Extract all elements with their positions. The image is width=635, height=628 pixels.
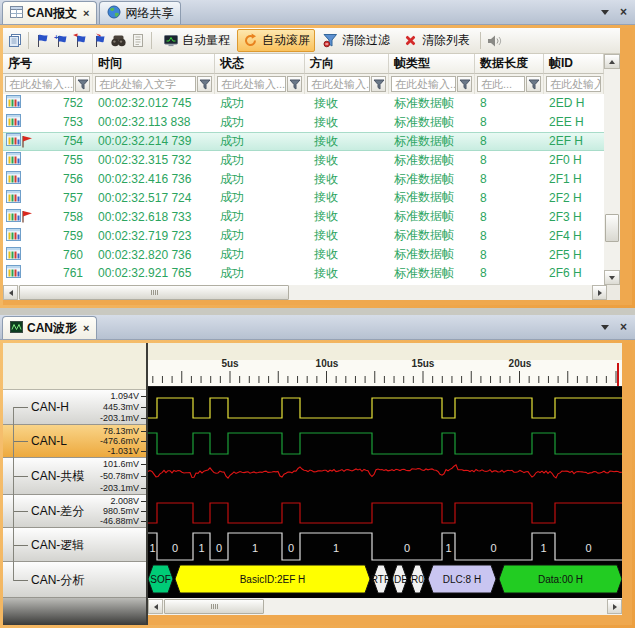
- channel-row-1[interactable]: CAN-L78.13mV-476.6mV-1.031V: [3, 425, 146, 458]
- filter-funnel-icon[interactable]: [526, 76, 541, 92]
- filter-input-0[interactable]: 在此处输入...: [5, 76, 74, 92]
- channel-scale-values: 2.008V980.5mV-46.88mV: [100, 496, 146, 526]
- filter-cell-6: 在此处输入...: [544, 74, 604, 94]
- filter-input-1[interactable]: 在此处输入文字: [95, 76, 196, 92]
- next-flag-icon[interactable]: [91, 33, 108, 49]
- hscroll-thumb[interactable]: [19, 285, 289, 300]
- table-row[interactable]: 75300:02:32.113 838成功接收标准数据帧82EE H: [3, 113, 604, 132]
- table-row[interactable]: 75400:02:32.214 739成功接收标准数据帧82EF H: [3, 132, 604, 151]
- cell-time: 00:02:32.315 732: [93, 153, 215, 167]
- column-header-6[interactable]: 帧ID: [544, 54, 604, 74]
- filter-funnel-icon[interactable]: [75, 76, 90, 92]
- table-hscrollbar[interactable]: [3, 285, 620, 300]
- panel-close-icon[interactable]: ×: [620, 7, 627, 17]
- frame-window-icon: [6, 265, 21, 281]
- filter-input-2[interactable]: 在此处输入...: [217, 76, 286, 92]
- channel-row-4[interactable]: CAN-逻辑: [3, 528, 146, 562]
- speaker-icon[interactable]: [486, 33, 503, 49]
- cell-seq: 755: [3, 152, 93, 168]
- table-row[interactable]: 75800:02:32.618 733成功接收标准数据帧82F3 H: [3, 207, 604, 226]
- auto-scroll-button[interactable]: 自动滚屏: [237, 29, 315, 52]
- top-panel-frame: + 自动量程 自动滚屏 清除过: [0, 25, 635, 308]
- table-row[interactable]: 75700:02:32.517 724成功接收标准数据帧82F2 H: [3, 188, 604, 207]
- column-header-2[interactable]: 状态: [215, 54, 305, 74]
- column-header-4[interactable]: 帧类型: [389, 54, 475, 74]
- cell-frame_type: 标准数据帧: [389, 152, 475, 169]
- filter-input-5[interactable]: 在此...: [477, 76, 525, 92]
- filter-input-4[interactable]: 在此处输入...: [391, 76, 456, 92]
- filter-funnel-icon[interactable]: [197, 76, 212, 92]
- column-header-5[interactable]: 数据长度: [475, 54, 544, 74]
- binoculars-icon[interactable]: [110, 33, 127, 49]
- scale-value: 445.3mV: [100, 402, 146, 412]
- scale-value: 2.008V: [100, 496, 146, 506]
- table-row[interactable]: 75900:02:32.719 723成功接收标准数据帧82F4 H: [3, 226, 604, 245]
- globe-icon: [107, 5, 121, 22]
- tree-connector: [13, 476, 28, 477]
- table-row[interactable]: 75500:02:32.315 732成功接收标准数据帧82F0 H: [3, 151, 604, 170]
- table-row[interactable]: 75200:02:32.012 745成功接收标准数据帧82ED H: [3, 94, 604, 113]
- filter-funnel-icon[interactable]: [457, 76, 472, 92]
- cell-time: 00:02:32.416 736: [93, 172, 215, 186]
- scroll-left-icon[interactable]: [148, 599, 163, 614]
- filter-funnel-icon[interactable]: [287, 76, 302, 92]
- cell-direction: 接收: [305, 171, 389, 188]
- sidebar-header: [3, 343, 146, 390]
- prev-flag-icon[interactable]: [72, 33, 89, 49]
- trace-can-common: [148, 465, 622, 478]
- tree-connector: [13, 441, 28, 442]
- hscroll-thumb[interactable]: [164, 599, 264, 614]
- panel-close-icon[interactable]: ×: [620, 322, 627, 332]
- tab-menu-icon[interactable]: [601, 10, 609, 15]
- tab-close-icon[interactable]: ×: [83, 7, 89, 19]
- cell-status: 成功: [215, 133, 305, 150]
- log-icon[interactable]: [129, 33, 146, 49]
- channel-row-2[interactable]: CAN-共模101.6mV-50.78mV-203.1mV: [3, 458, 146, 495]
- cell-status: 成功: [215, 114, 305, 131]
- table-row[interactable]: 76000:02:32.820 736成功接收标准数据帧82F5 H: [3, 245, 604, 264]
- seq-value: 759: [36, 229, 93, 243]
- scroll-right-icon[interactable]: [607, 599, 622, 614]
- clear-filter-button[interactable]: 清除过滤: [317, 29, 395, 52]
- cell-frame_type: 标准数据帧: [389, 265, 475, 282]
- red-x-icon: [402, 33, 419, 49]
- scroll-right-icon[interactable]: [592, 285, 607, 300]
- vscroll-thumb[interactable]: [605, 214, 619, 242]
- channel-row-5[interactable]: CAN-分析: [3, 562, 146, 598]
- tab-can-messages[interactable]: CAN报文 ×: [2, 1, 97, 24]
- auto-range-button[interactable]: 自动量程: [157, 29, 235, 52]
- filter-input-3[interactable]: 在此处输入...: [307, 76, 370, 92]
- row-flag-slot: [21, 229, 36, 242]
- channel-row-3[interactable]: CAN-差分2.008V980.5mV-46.88mV: [3, 495, 146, 528]
- column-header-3[interactable]: 方向: [305, 54, 389, 74]
- cell-seq: 753: [3, 114, 93, 130]
- tree-connector: [13, 545, 28, 546]
- row-flag-icon: [21, 210, 36, 223]
- analysis-segment-label: SOF: [150, 574, 171, 585]
- seq-value: 755: [36, 153, 93, 167]
- scroll-up-icon[interactable]: [604, 54, 620, 69]
- cell-status: 成功: [215, 171, 305, 188]
- table-row[interactable]: 76100:02:32.921 765成功接收标准数据帧82F6 H: [3, 264, 604, 283]
- tab-close-icon[interactable]: ×: [83, 322, 89, 334]
- waveform-plot[interactable]: 101010101010SOFBasicID:2EF HRTRIDER0DLC:…: [148, 387, 622, 598]
- column-header-1[interactable]: 时间: [93, 54, 215, 74]
- filter-input-6[interactable]: 在此处输入...: [546, 76, 601, 92]
- time-ruler[interactable]: 5us10us15us20us: [148, 343, 622, 387]
- waveform-hscrollbar[interactable]: [148, 598, 622, 615]
- filter-funnel-icon[interactable]: [371, 76, 386, 92]
- table-vscrollbar[interactable]: [604, 54, 620, 285]
- tab-network-share[interactable]: 网络共享: [99, 1, 181, 24]
- table-row[interactable]: 75600:02:32.416 736成功接收标准数据帧82F1 H: [3, 170, 604, 189]
- scroll-down-icon[interactable]: [604, 270, 620, 285]
- scroll-left-icon[interactable]: [3, 285, 18, 300]
- cell-direction: 接收: [305, 152, 389, 169]
- channel-row-0[interactable]: CAN-H1.094V445.3mV-203.1mV: [3, 390, 146, 425]
- column-header-0[interactable]: 序号: [3, 54, 93, 74]
- flag-icon[interactable]: [34, 33, 51, 49]
- add-flag-icon[interactable]: +: [53, 33, 70, 49]
- copy-icon[interactable]: [6, 33, 23, 49]
- tab-menu-icon[interactable]: [601, 325, 609, 330]
- tab-can-waveform[interactable]: CAN波形 ×: [2, 316, 97, 339]
- clear-list-button[interactable]: 清除列表: [397, 29, 475, 52]
